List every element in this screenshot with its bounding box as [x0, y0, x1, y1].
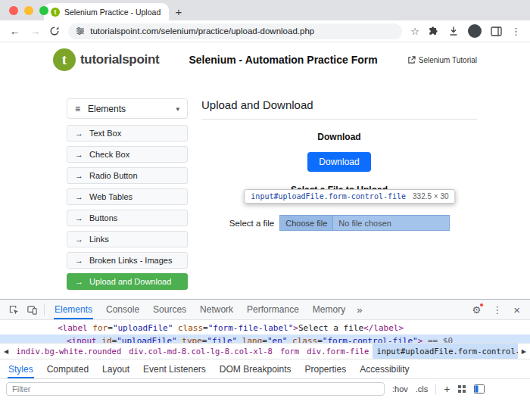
- browser-menu-icon[interactable]: ⋮: [511, 26, 521, 37]
- site-header: t tutorialspoint Selenium - Automation P…: [0, 42, 530, 77]
- devtools-tab-performance[interactable]: Performance: [240, 300, 306, 319]
- sidebar-item-links[interactable]: →Links: [67, 231, 188, 247]
- dom-tree-node[interactable]: <label for="uploadFile" class="form-file…: [0, 322, 530, 334]
- fullscreen-window-button[interactable]: [39, 6, 48, 15]
- web-page: t tutorialspoint Selenium - Automation P…: [0, 42, 530, 299]
- side-panel-icon[interactable]: [491, 26, 502, 36]
- url-text[interactable]: tutorialspoint.com/selenium/practice/upl…: [90, 26, 314, 36]
- download-button[interactable]: Download: [307, 152, 370, 172]
- sidebar-item-label: Upload and Download: [89, 277, 171, 286]
- sidebar-title: Elements: [88, 104, 126, 114]
- sidebar-item-label: Radio Button: [89, 171, 138, 180]
- breadcrumb-item[interactable]: form: [276, 344, 303, 359]
- more-tabs-icon[interactable]: »: [352, 304, 366, 316]
- devtools-tab-memory[interactable]: Memory: [306, 300, 352, 319]
- dom-tree-node[interactable]: <input id="uploadFile" type="file" lang=…: [0, 334, 530, 343]
- browser-tab[interactable]: t Selenium Practice - Upload a: [44, 3, 169, 20]
- styles-pane-tab-computed[interactable]: Computed: [40, 359, 95, 378]
- toggle-sidebar-panel-icon[interactable]: [474, 384, 485, 394]
- hov-toggle[interactable]: :hov: [392, 384, 408, 394]
- styles-pane-tab-properties[interactable]: Properties: [298, 359, 354, 378]
- sidebar-item-upload-and-download[interactable]: →Upload and Download: [67, 273, 188, 290]
- choose-file-button[interactable]: Choose file: [280, 216, 333, 230]
- tab-strip: t Selenium Practice - Upload a +: [0, 0, 530, 20]
- breadcrumb-item[interactable]: input#uploadFile.form-control-file: [373, 344, 517, 359]
- breadcrumb-item[interactable]: indiv.bg-white.rounded: [12, 344, 125, 359]
- devtools-tab-elements[interactable]: Elements: [48, 300, 99, 319]
- tab-title: Selenium Practice - Upload a: [64, 8, 162, 17]
- device-toolbar-icon[interactable]: [23, 300, 41, 319]
- sidebar-item-buttons[interactable]: →Buttons: [67, 210, 188, 226]
- breadcrumb-scroll-right-icon[interactable]: ▶: [518, 348, 530, 355]
- address-bar: ← → tutorialspoint.com/selenium/practice…: [0, 20, 530, 42]
- devtools-tab-console[interactable]: Console: [99, 300, 146, 319]
- sidebar-item-web-tables[interactable]: →Web Tables: [67, 188, 188, 205]
- breadcrumb-bar: ◀ indiv.bg-white.roundeddiv.col-md-8.col…: [0, 343, 530, 359]
- arrow-right-icon: →: [75, 235, 83, 244]
- main-content: Upload and Download Download Download Se…: [201, 98, 477, 290]
- styles-pane-tab-dom-breakpoints[interactable]: DOM Breakpoints: [213, 359, 298, 378]
- sidebar-item-broken-links-images[interactable]: →Broken Links - Images: [67, 252, 188, 269]
- new-tab-button[interactable]: +: [169, 3, 189, 20]
- sidebar-header[interactable]: ≡ Elements ▾: [67, 98, 188, 119]
- styles-filter-row: :hov .cls +: [0, 378, 530, 399]
- sidebar-item-text-box[interactable]: →Text Box: [67, 125, 188, 142]
- logo-icon: t: [53, 48, 76, 71]
- inspect-element-icon[interactable]: [5, 300, 23, 319]
- breadcrumb-item[interactable]: div.col-md-8.col-lg-8.col-xl-8: [125, 344, 276, 359]
- devtools-tab-sources[interactable]: Sources: [146, 300, 193, 319]
- inspect-tooltip-dimensions: 332.5 × 30: [413, 192, 449, 201]
- arrow-right-icon: →: [75, 129, 83, 138]
- element-states-grid-icon[interactable]: [457, 384, 466, 394]
- devtools-close-icon[interactable]: ×: [513, 303, 520, 316]
- hamburger-menu-icon: ≡: [75, 104, 80, 114]
- forward-icon[interactable]: →: [30, 25, 42, 37]
- styles-pane-tab-layout[interactable]: Layout: [95, 359, 136, 378]
- close-window-button[interactable]: [9, 6, 18, 15]
- sidebar-item-label: Links: [89, 235, 109, 244]
- devtools-tabs: ElementsConsoleSourcesNetworkPerformance…: [48, 300, 352, 319]
- profile-avatar[interactable]: [468, 24, 482, 38]
- devtools-menu-icon[interactable]: ⋮: [492, 304, 502, 316]
- devtools-filler: [0, 399, 530, 420]
- url-bar[interactable]: tutorialspoint.com/selenium/practice/upl…: [68, 23, 402, 39]
- section-title: Upload and Download: [201, 98, 477, 120]
- bookmark-icon[interactable]: ☆: [410, 26, 419, 37]
- new-style-rule-button[interactable]: +: [444, 383, 450, 395]
- toolbar-divider: [44, 303, 45, 316]
- selenium-tutorial-label: Selenium Tutorial: [419, 56, 477, 64]
- minimize-window-button[interactable]: [24, 6, 33, 15]
- filter-divider: [435, 384, 436, 394]
- inspect-tooltip: input#uploadFile.form-control-file 332.5…: [244, 189, 455, 204]
- devtools-toolbar-actions: ⚙ ⋮ ×: [472, 303, 530, 316]
- sidebar-item-label: Check Box: [89, 150, 129, 159]
- address-bar-actions: ☆ ⋮: [410, 24, 521, 38]
- site-settings-icon[interactable]: [76, 26, 85, 36]
- cls-toggle[interactable]: .cls: [416, 384, 429, 394]
- notification-dot: [479, 303, 484, 307]
- sidebar-item-label: Buttons: [89, 213, 117, 222]
- devtools-toolbar: ElementsConsoleSourcesNetworkPerformance…: [0, 300, 530, 320]
- tab-favicon-icon: t: [51, 8, 60, 17]
- site-logo[interactable]: t tutorialspoint: [53, 48, 159, 71]
- styles-pane-tab-styles[interactable]: Styles: [2, 359, 40, 378]
- styles-pane-tab-event-listeners[interactable]: Event Listeners: [136, 359, 213, 378]
- breadcrumb: indiv.bg-white.roundeddiv.col-md-8.col-l…: [12, 344, 518, 359]
- arrow-right-icon: →: [75, 171, 83, 180]
- breadcrumb-item[interactable]: div.form-file: [303, 344, 373, 359]
- back-icon[interactable]: ←: [9, 25, 21, 37]
- selenium-tutorial-link[interactable]: Selenium Tutorial: [407, 56, 477, 64]
- reload-icon[interactable]: [49, 26, 60, 36]
- devtools-settings-icon[interactable]: ⚙: [472, 304, 482, 316]
- arrow-right-icon: →: [75, 192, 83, 201]
- sidebar-item-radio-button[interactable]: →Radio Button: [67, 167, 188, 184]
- page-title: Selenium - Automation Practice Form: [159, 54, 407, 66]
- devtools-tab-network[interactable]: Network: [193, 300, 240, 319]
- breadcrumb-scroll-left-icon[interactable]: ◀: [0, 348, 12, 355]
- sidebar-item-check-box[interactable]: →Check Box: [67, 146, 188, 163]
- file-input[interactable]: Choose file No file chosen: [280, 216, 449, 230]
- extensions-icon[interactable]: [429, 26, 439, 36]
- styles-filter-input[interactable]: [6, 382, 385, 396]
- styles-pane-tab-accessibility[interactable]: Accessibility: [353, 359, 416, 378]
- downloads-icon[interactable]: [448, 26, 459, 36]
